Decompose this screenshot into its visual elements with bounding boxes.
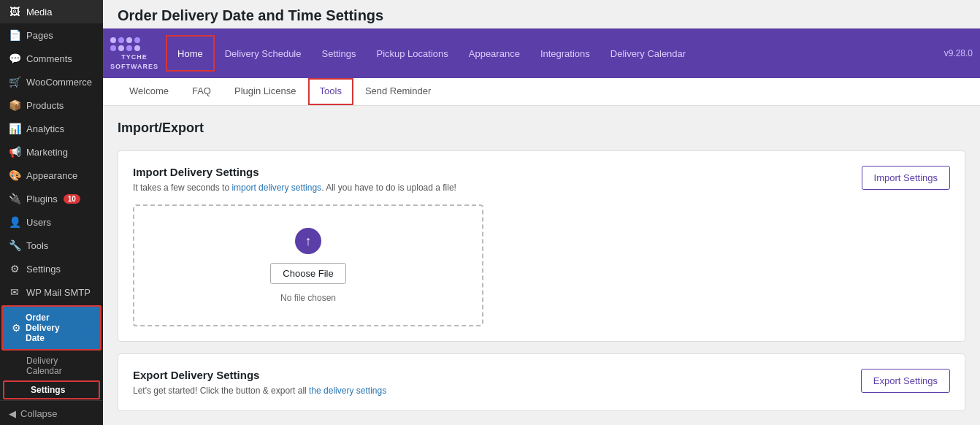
plugin-nav-pickup-locations[interactable]: Pickup Locations	[366, 28, 458, 78]
sidebar-item-media[interactable]: 🖼 Media	[0, 0, 103, 23]
plugin-nav-appearance[interactable]: Appearance	[459, 28, 530, 78]
tab-plugin-license[interactable]: Plugin License	[223, 78, 308, 105]
logo-dot	[118, 45, 124, 51]
wp-mail-smtp-icon: ✉	[9, 286, 20, 298]
woocommerce-icon: 🛒	[9, 76, 20, 88]
no-file-text: No file chosen	[280, 293, 336, 303]
sidebar-item-tools[interactable]: 🔧 Tools	[0, 234, 103, 257]
sidebar-item-marketing[interactable]: 📢 Marketing	[0, 140, 103, 164]
import-button-wrap: Import Settings	[862, 166, 950, 190]
logo-sub: SOFTWARES	[110, 63, 158, 70]
logo-brand: TYCHE	[110, 53, 158, 61]
page-title: Order Delivery Date and Time Settings	[118, 7, 965, 24]
collapse-button[interactable]: ◀ Collapse	[0, 400, 103, 425]
export-title: Export Delivery Settings	[133, 369, 846, 381]
import-card-content: Import Delivery Settings It takes a few …	[133, 166, 847, 326]
analytics-icon: 📊	[9, 123, 20, 134]
logo-dot	[134, 37, 140, 43]
import-title: Import Delivery Settings	[133, 166, 847, 178]
plugin-nav-integrations[interactable]: Integrations	[530, 28, 600, 78]
tab-tools[interactable]: Tools	[308, 78, 353, 105]
sidebar-item-comments[interactable]: 💬 Comments	[0, 47, 103, 70]
logo-dot	[126, 45, 132, 51]
plugin-version: v9.28.0	[944, 48, 973, 58]
comments-icon: 💬	[9, 53, 20, 64]
pages-icon: 📄	[9, 29, 20, 41]
tab-send-reminder[interactable]: Send Reminder	[353, 78, 443, 105]
plugin-nav: TYCHE SOFTWARES Home Delivery Schedule S…	[103, 28, 980, 78]
collapse-icon: ◀	[9, 408, 16, 419]
export-desc: Let's get started! Click the button & ex…	[133, 386, 846, 396]
logo-dot	[134, 45, 140, 51]
settings-icon: ⚙	[9, 263, 20, 275]
import-card: Import Delivery Settings It takes a few …	[118, 150, 965, 342]
sidebar-item-plugins[interactable]: 🔌 Plugins 10	[0, 187, 103, 210]
export-card-content: Export Delivery Settings Let's get start…	[133, 369, 846, 396]
upload-icon: ↑	[295, 228, 321, 254]
export-card: Export Delivery Settings Let's get start…	[118, 353, 965, 411]
logo-dot	[110, 45, 116, 51]
media-icon: 🖼	[9, 6, 20, 18]
tab-welcome[interactable]: Welcome	[118, 78, 180, 105]
sidebar-item-pages[interactable]: 📄 Pages	[0, 23, 103, 47]
logo-dot	[110, 37, 116, 43]
sidebar-item-woocommerce[interactable]: 🛒 WooCommerce	[0, 70, 103, 93]
export-settings-button[interactable]: Export Settings	[861, 369, 950, 393]
plugin-nav-settings[interactable]: Settings	[311, 28, 366, 78]
sidebar-sub-settings[interactable]: Settings	[3, 380, 100, 399]
marketing-icon: 📢	[9, 146, 20, 158]
tab-faq[interactable]: FAQ	[180, 78, 223, 105]
plugin-nav-home[interactable]: Home	[166, 35, 215, 72]
logo-dot	[126, 37, 132, 43]
sub-tabs: Welcome FAQ Plugin License Tools Send Re…	[103, 78, 980, 106]
plugins-badge: 10	[64, 194, 80, 204]
order-delivery-icon: ⚙	[12, 322, 21, 334]
file-upload-area[interactable]: ↑ Choose File No file chosen	[133, 204, 483, 326]
sidebar: 🖼 Media 📄 Pages 💬 Comments 🛒 WooCommerce…	[0, 0, 103, 425]
appearance-icon: 🎨	[9, 169, 20, 181]
sidebar-item-settings[interactable]: ⚙ Settings	[0, 257, 103, 280]
plugin-nav-delivery-calendar[interactable]: Delivery Calendar	[600, 28, 696, 78]
sidebar-item-users[interactable]: 👤 Users	[0, 210, 103, 234]
export-button-wrap: Export Settings	[861, 369, 950, 393]
sidebar-sub-delivery-calendar[interactable]: Delivery Calendar	[0, 352, 103, 380]
tools-icon: 🔧	[9, 240, 20, 251]
import-desc: It takes a few seconds to import deliver…	[133, 183, 847, 193]
sidebar-item-order-delivery[interactable]: ⚙ Order Delivery Date ◀	[1, 305, 102, 351]
page-title-bar: Order Delivery Date and Time Settings	[103, 0, 980, 28]
import-settings-button[interactable]: Import Settings	[862, 166, 950, 190]
sidebar-item-appearance[interactable]: 🎨 Appearance	[0, 164, 103, 187]
plugins-icon: 🔌	[9, 193, 20, 204]
main-content: Order Delivery Date and Time Settings TY…	[103, 0, 980, 425]
products-icon: 📦	[9, 99, 20, 111]
sidebar-item-products[interactable]: 📦 Products	[0, 93, 103, 117]
logo-dot	[118, 37, 124, 43]
users-icon: 👤	[9, 216, 20, 228]
content-area: Import/Export Import Delivery Settings I…	[103, 106, 980, 425]
sidebar-item-wp-mail-smtp[interactable]: ✉ WP Mail SMTP	[0, 280, 103, 304]
sidebar-arrow: ◀	[83, 321, 91, 335]
choose-file-button[interactable]: Choose File	[270, 263, 345, 284]
plugin-logo: TYCHE SOFTWARES	[110, 37, 158, 70]
sidebar-item-analytics[interactable]: 📊 Analytics	[0, 117, 103, 140]
plugin-nav-delivery-schedule[interactable]: Delivery Schedule	[215, 28, 312, 78]
section-title: Import/Export	[118, 120, 965, 136]
